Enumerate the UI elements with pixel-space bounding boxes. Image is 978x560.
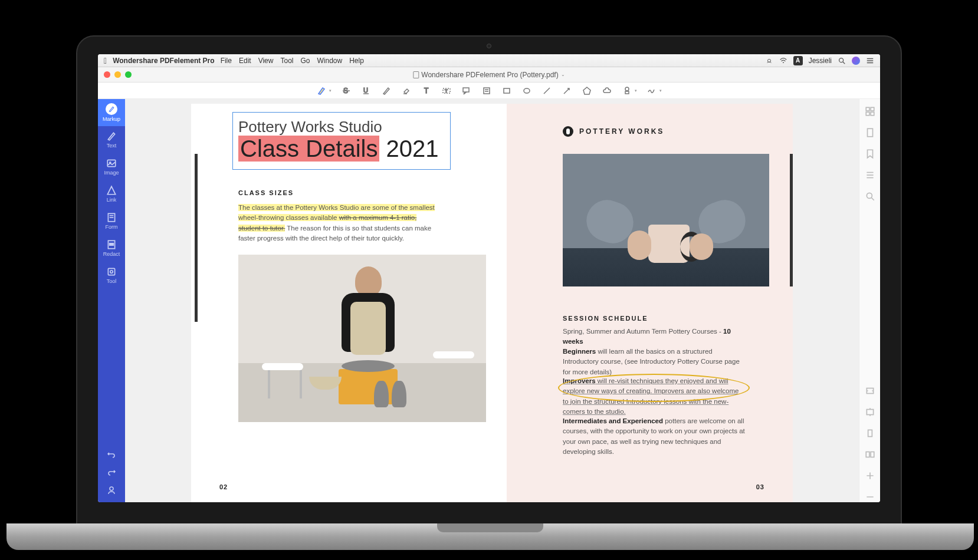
svg-rect-38 xyxy=(871,112,874,116)
menu-window[interactable]: Window xyxy=(317,57,342,65)
svg-rect-18 xyxy=(504,88,510,93)
oval-tool[interactable] xyxy=(521,85,532,96)
airdrop-icon[interactable] xyxy=(765,57,773,65)
svg-rect-47 xyxy=(868,430,872,436)
scroll-indicator xyxy=(195,154,198,322)
two-page-icon[interactable] xyxy=(865,449,875,460)
sidebar-label: Redact xyxy=(103,251,120,257)
annotation-toolbar: ▾ S U T T ▾ ▾ xyxy=(98,83,880,99)
svg-text:T: T xyxy=(445,88,448,94)
callout-tool[interactable] xyxy=(461,85,472,96)
svg-rect-31 xyxy=(110,243,114,245)
zoom-out-icon[interactable] xyxy=(865,492,875,502)
form-icon xyxy=(106,212,117,223)
svg-rect-36 xyxy=(871,107,874,111)
svg-point-23 xyxy=(625,87,629,91)
svg-point-1 xyxy=(839,58,844,62)
svg-line-21 xyxy=(564,88,569,94)
svg-text:T: T xyxy=(424,87,429,95)
sidebar-label: Markup xyxy=(103,116,120,122)
brand-name: POTTERY WORKS xyxy=(579,127,664,136)
chevron-down-icon[interactable]: ▾ xyxy=(635,88,637,93)
svg-rect-37 xyxy=(866,112,869,116)
svg-rect-14 xyxy=(463,88,469,92)
user-icon[interactable] xyxy=(106,485,117,496)
search-panel-icon[interactable] xyxy=(865,191,875,202)
cloud-tool[interactable] xyxy=(602,85,612,96)
redo-button[interactable] xyxy=(106,467,117,479)
line-tool[interactable] xyxy=(541,85,552,96)
input-lang[interactable]: A xyxy=(793,56,803,65)
signature-tool[interactable] xyxy=(646,85,657,96)
document-icon xyxy=(413,71,419,78)
title-dropdown-icon[interactable]: ⌄ xyxy=(561,72,565,77)
highlight-tool[interactable] xyxy=(316,85,327,96)
sidebar-item-text[interactable]: Text xyxy=(98,126,125,153)
window-close[interactable] xyxy=(104,71,110,78)
chevron-down-icon[interactable]: ▾ xyxy=(329,88,332,93)
single-page-icon[interactable] xyxy=(865,428,875,439)
undo-button[interactable] xyxy=(106,449,117,461)
sidebar-item-form[interactable]: Form xyxy=(98,207,125,235)
window-maximize[interactable] xyxy=(125,71,132,78)
user-name[interactable]: Jessieli xyxy=(809,57,832,65)
sidebar-label: Tool xyxy=(107,278,117,284)
doc-subtitle[interactable]: Pottery Works Studio xyxy=(238,118,382,136)
svg-rect-49 xyxy=(871,452,874,457)
menu-file[interactable]: File xyxy=(221,57,232,65)
underline-tool[interactable]: U xyxy=(361,85,372,96)
stamp-tool[interactable] xyxy=(622,85,632,96)
doc-title[interactable]: Class Details 2021 xyxy=(238,136,439,162)
strikethrough-tool[interactable]: S xyxy=(341,85,352,96)
app-name[interactable]: Wondershare PDFelement Pro xyxy=(113,57,215,65)
sidebar-item-link[interactable]: Link xyxy=(98,180,125,207)
grid-view-icon[interactable] xyxy=(865,106,875,117)
menu-view[interactable]: View xyxy=(258,57,274,65)
title-text: Wondershare PDFelement Pro (Pottery.pdf) xyxy=(421,71,558,79)
menu-tool[interactable]: Tool xyxy=(280,57,293,65)
window-minimize[interactable] xyxy=(114,71,121,78)
sidebar-label: Image xyxy=(104,170,119,176)
fit-width-icon[interactable] xyxy=(865,386,875,396)
window-title: Wondershare PDFelement Pro (Pottery.pdf)… xyxy=(413,71,565,79)
svg-point-34 xyxy=(110,487,113,490)
image-icon xyxy=(106,158,117,169)
menu-help[interactable]: Help xyxy=(349,57,364,65)
page-panel-icon[interactable] xyxy=(865,127,875,138)
menu-edit[interactable]: Edit xyxy=(239,57,251,65)
fit-page-icon[interactable] xyxy=(865,407,875,417)
sidebar-item-markup[interactable]: Markup xyxy=(98,99,125,126)
sidebar-item-redact[interactable]: Redact xyxy=(98,235,125,262)
outline-panel-icon[interactable] xyxy=(865,170,875,180)
wifi-icon[interactable] xyxy=(779,57,787,65)
menu-go[interactable]: Go xyxy=(300,57,310,65)
text-tool[interactable]: T xyxy=(421,85,432,96)
page-right: POTTERY WORKS SESSION SCHEDULE xyxy=(492,104,793,502)
svg-rect-39 xyxy=(867,129,872,137)
sidebar-label: Text xyxy=(107,143,117,149)
window-titlebar: Wondershare PDFelement Pro (Pottery.pdf)… xyxy=(98,67,880,83)
svg-point-19 xyxy=(524,88,530,93)
sidebar-item-tool[interactable]: Tool xyxy=(98,262,125,289)
document-canvas[interactable]: Pottery Works Studio Class Details 2021 … xyxy=(125,99,859,502)
control-center-icon[interactable] xyxy=(866,57,874,65)
apple-menu[interactable]:  xyxy=(104,56,107,65)
siri-icon[interactable] xyxy=(852,57,860,65)
rectangle-tool[interactable] xyxy=(501,85,512,96)
svg-point-33 xyxy=(110,271,113,274)
eraser-tool[interactable] xyxy=(401,85,412,96)
pencil-tool[interactable] xyxy=(381,85,392,96)
chevron-down-icon[interactable]: ▾ xyxy=(659,88,662,93)
text-icon xyxy=(106,131,117,141)
svg-text:U: U xyxy=(363,87,368,94)
sidebar-item-image[interactable]: Image xyxy=(98,153,125,180)
spotlight-icon[interactable] xyxy=(838,57,846,65)
arrow-tool[interactable] xyxy=(562,85,572,96)
bookmark-panel-icon[interactable] xyxy=(865,149,875,159)
textbox-tool[interactable]: T xyxy=(441,85,452,96)
paragraph-class-sizes: The classes at the Pottery Works Studio … xyxy=(238,203,439,243)
note-tool[interactable] xyxy=(481,85,492,96)
polygon-tool[interactable] xyxy=(582,85,592,96)
svg-rect-15 xyxy=(484,88,490,94)
zoom-in-icon[interactable] xyxy=(865,470,875,481)
